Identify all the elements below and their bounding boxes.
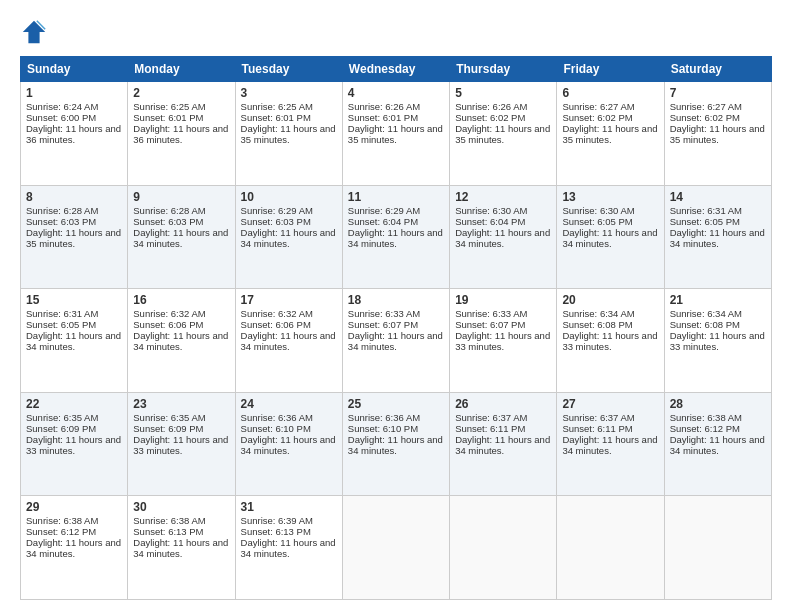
- calendar-day-cell: 20Sunrise: 6:34 AMSunset: 6:08 PMDayligh…: [557, 289, 664, 393]
- calendar-day-cell: 23Sunrise: 6:35 AMSunset: 6:09 PMDayligh…: [128, 392, 235, 496]
- sunrise-text: Sunrise: 6:31 AM: [26, 308, 98, 319]
- sunset-text: Sunset: 6:13 PM: [241, 526, 311, 537]
- sunset-text: Sunset: 6:05 PM: [562, 216, 632, 227]
- day-number: 26: [455, 397, 551, 411]
- calendar-header-cell: Tuesday: [235, 57, 342, 82]
- daylight-text: Daylight: 11 hours and 34 minutes.: [241, 434, 336, 456]
- day-number: 20: [562, 293, 658, 307]
- calendar-header-cell: Sunday: [21, 57, 128, 82]
- sunset-text: Sunset: 6:06 PM: [133, 319, 203, 330]
- calendar-day-cell: [664, 496, 771, 600]
- day-number: 4: [348, 86, 444, 100]
- calendar-week-row: 29Sunrise: 6:38 AMSunset: 6:12 PMDayligh…: [21, 496, 772, 600]
- day-number: 7: [670, 86, 766, 100]
- calendar-week-row: 1Sunrise: 6:24 AMSunset: 6:00 PMDaylight…: [21, 82, 772, 186]
- daylight-text: Daylight: 11 hours and 34 minutes.: [348, 434, 443, 456]
- day-number: 15: [26, 293, 122, 307]
- day-number: 2: [133, 86, 229, 100]
- calendar-day-cell: 24Sunrise: 6:36 AMSunset: 6:10 PMDayligh…: [235, 392, 342, 496]
- day-number: 31: [241, 500, 337, 514]
- calendar-day-cell: 1Sunrise: 6:24 AMSunset: 6:00 PMDaylight…: [21, 82, 128, 186]
- day-number: 13: [562, 190, 658, 204]
- daylight-text: Daylight: 11 hours and 36 minutes.: [26, 123, 121, 145]
- sunrise-text: Sunrise: 6:27 AM: [562, 101, 634, 112]
- sunrise-text: Sunrise: 6:32 AM: [133, 308, 205, 319]
- sunset-text: Sunset: 6:09 PM: [133, 423, 203, 434]
- sunrise-text: Sunrise: 6:30 AM: [562, 205, 634, 216]
- calendar-day-cell: 3Sunrise: 6:25 AMSunset: 6:01 PMDaylight…: [235, 82, 342, 186]
- day-number: 29: [26, 500, 122, 514]
- daylight-text: Daylight: 11 hours and 34 minutes.: [455, 227, 550, 249]
- calendar-day-cell: 18Sunrise: 6:33 AMSunset: 6:07 PMDayligh…: [342, 289, 449, 393]
- sunrise-text: Sunrise: 6:32 AM: [241, 308, 313, 319]
- calendar-day-cell: 27Sunrise: 6:37 AMSunset: 6:11 PMDayligh…: [557, 392, 664, 496]
- calendar-day-cell: 6Sunrise: 6:27 AMSunset: 6:02 PMDaylight…: [557, 82, 664, 186]
- daylight-text: Daylight: 11 hours and 34 minutes.: [562, 434, 657, 456]
- sunset-text: Sunset: 6:05 PM: [26, 319, 96, 330]
- calendar-table: SundayMondayTuesdayWednesdayThursdayFrid…: [20, 56, 772, 600]
- sunset-text: Sunset: 6:12 PM: [26, 526, 96, 537]
- daylight-text: Daylight: 11 hours and 33 minutes.: [562, 330, 657, 352]
- calendar-day-cell: 9Sunrise: 6:28 AMSunset: 6:03 PMDaylight…: [128, 185, 235, 289]
- calendar-day-cell: [557, 496, 664, 600]
- calendar-day-cell: 4Sunrise: 6:26 AMSunset: 6:01 PMDaylight…: [342, 82, 449, 186]
- daylight-text: Daylight: 11 hours and 34 minutes.: [26, 330, 121, 352]
- daylight-text: Daylight: 11 hours and 34 minutes.: [133, 227, 228, 249]
- sunset-text: Sunset: 6:01 PM: [348, 112, 418, 123]
- day-number: 8: [26, 190, 122, 204]
- calendar-day-cell: 7Sunrise: 6:27 AMSunset: 6:02 PMDaylight…: [664, 82, 771, 186]
- sunrise-text: Sunrise: 6:33 AM: [455, 308, 527, 319]
- calendar-week-row: 15Sunrise: 6:31 AMSunset: 6:05 PMDayligh…: [21, 289, 772, 393]
- day-number: 12: [455, 190, 551, 204]
- sunset-text: Sunset: 6:04 PM: [455, 216, 525, 227]
- daylight-text: Daylight: 11 hours and 34 minutes.: [562, 227, 657, 249]
- day-number: 3: [241, 86, 337, 100]
- sunset-text: Sunset: 6:13 PM: [133, 526, 203, 537]
- sunrise-text: Sunrise: 6:24 AM: [26, 101, 98, 112]
- sunset-text: Sunset: 6:11 PM: [455, 423, 525, 434]
- daylight-text: Daylight: 11 hours and 35 minutes.: [348, 123, 443, 145]
- sunrise-text: Sunrise: 6:26 AM: [348, 101, 420, 112]
- header: [20, 18, 772, 46]
- day-number: 5: [455, 86, 551, 100]
- sunrise-text: Sunrise: 6:28 AM: [133, 205, 205, 216]
- sunset-text: Sunset: 6:08 PM: [670, 319, 740, 330]
- sunrise-text: Sunrise: 6:28 AM: [26, 205, 98, 216]
- day-number: 23: [133, 397, 229, 411]
- sunrise-text: Sunrise: 6:34 AM: [670, 308, 742, 319]
- day-number: 22: [26, 397, 122, 411]
- daylight-text: Daylight: 11 hours and 34 minutes.: [133, 537, 228, 559]
- sunrise-text: Sunrise: 6:39 AM: [241, 515, 313, 526]
- daylight-text: Daylight: 11 hours and 35 minutes.: [562, 123, 657, 145]
- sunset-text: Sunset: 6:10 PM: [348, 423, 418, 434]
- day-number: 30: [133, 500, 229, 514]
- sunset-text: Sunset: 6:00 PM: [26, 112, 96, 123]
- calendar-day-cell: 15Sunrise: 6:31 AMSunset: 6:05 PMDayligh…: [21, 289, 128, 393]
- day-number: 10: [241, 190, 337, 204]
- sunset-text: Sunset: 6:07 PM: [455, 319, 525, 330]
- calendar-header-cell: Wednesday: [342, 57, 449, 82]
- calendar-day-cell: 8Sunrise: 6:28 AMSunset: 6:03 PMDaylight…: [21, 185, 128, 289]
- sunrise-text: Sunrise: 6:25 AM: [133, 101, 205, 112]
- calendar-header-cell: Thursday: [450, 57, 557, 82]
- daylight-text: Daylight: 11 hours and 34 minutes.: [241, 227, 336, 249]
- day-number: 24: [241, 397, 337, 411]
- calendar-day-cell: 21Sunrise: 6:34 AMSunset: 6:08 PMDayligh…: [664, 289, 771, 393]
- calendar-day-cell: 22Sunrise: 6:35 AMSunset: 6:09 PMDayligh…: [21, 392, 128, 496]
- sunset-text: Sunset: 6:11 PM: [562, 423, 632, 434]
- sunrise-text: Sunrise: 6:38 AM: [670, 412, 742, 423]
- sunrise-text: Sunrise: 6:37 AM: [455, 412, 527, 423]
- sunrise-text: Sunrise: 6:29 AM: [241, 205, 313, 216]
- daylight-text: Daylight: 11 hours and 33 minutes.: [133, 434, 228, 456]
- sunset-text: Sunset: 6:03 PM: [241, 216, 311, 227]
- daylight-text: Daylight: 11 hours and 33 minutes.: [670, 330, 765, 352]
- sunrise-text: Sunrise: 6:37 AM: [562, 412, 634, 423]
- daylight-text: Daylight: 11 hours and 34 minutes.: [26, 537, 121, 559]
- sunset-text: Sunset: 6:05 PM: [670, 216, 740, 227]
- daylight-text: Daylight: 11 hours and 35 minutes.: [26, 227, 121, 249]
- sunrise-text: Sunrise: 6:25 AM: [241, 101, 313, 112]
- sunset-text: Sunset: 6:04 PM: [348, 216, 418, 227]
- sunset-text: Sunset: 6:09 PM: [26, 423, 96, 434]
- sunset-text: Sunset: 6:07 PM: [348, 319, 418, 330]
- calendar-day-cell: 28Sunrise: 6:38 AMSunset: 6:12 PMDayligh…: [664, 392, 771, 496]
